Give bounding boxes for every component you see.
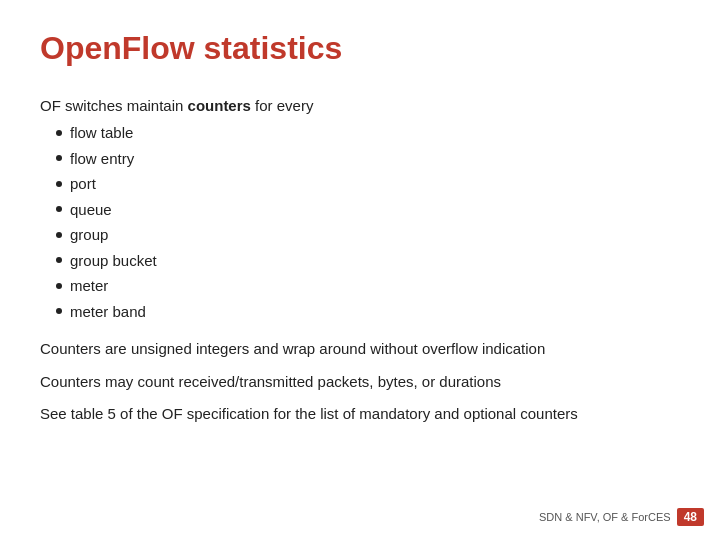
list-item-label: queue — [70, 197, 112, 223]
list-item: flow table — [56, 120, 680, 146]
list-item: port — [56, 171, 680, 197]
bullet-dot-icon — [56, 155, 62, 161]
bullet-dot-icon — [56, 232, 62, 238]
list-item-label: meter band — [70, 299, 146, 325]
list-item-label: group — [70, 222, 108, 248]
list-item: queue — [56, 197, 680, 223]
intro-text-after: for every — [251, 97, 314, 114]
slide: OpenFlow statistics OF switches maintain… — [0, 0, 720, 540]
intro-text-before: OF switches maintain — [40, 97, 188, 114]
list-item: group — [56, 222, 680, 248]
footer: SDN & NFV, OF & ForCES 48 — [539, 508, 704, 526]
paragraphs-container: Counters are unsigned integers and wrap … — [40, 338, 680, 426]
list-item-label: group bucket — [70, 248, 157, 274]
bullet-list: flow tableflow entryportqueuegroupgroup … — [56, 120, 680, 324]
intro-paragraph: OF switches maintain counters for every — [40, 97, 680, 114]
list-item-label: flow entry — [70, 146, 134, 172]
list-item: meter band — [56, 299, 680, 325]
paragraph-3: See table 5 of the OF specification for … — [40, 403, 680, 426]
bullet-dot-icon — [56, 257, 62, 263]
bullet-dot-icon — [56, 130, 62, 136]
bullet-dot-icon — [56, 181, 62, 187]
paragraph-2: Counters may count received/transmitted … — [40, 371, 680, 394]
intro-bold: counters — [188, 97, 251, 114]
list-item: group bucket — [56, 248, 680, 274]
bullet-dot-icon — [56, 283, 62, 289]
paragraph-1: Counters are unsigned integers and wrap … — [40, 338, 680, 361]
list-item: flow entry — [56, 146, 680, 172]
list-item-label: flow table — [70, 120, 133, 146]
bullet-dot-icon — [56, 308, 62, 314]
list-item-label: meter — [70, 273, 108, 299]
bullet-dot-icon — [56, 206, 62, 212]
list-item-label: port — [70, 171, 96, 197]
footer-label: SDN & NFV, OF & ForCES — [539, 511, 671, 523]
page-title: OpenFlow statistics — [40, 30, 680, 73]
footer-page: 48 — [677, 508, 704, 526]
list-item: meter — [56, 273, 680, 299]
